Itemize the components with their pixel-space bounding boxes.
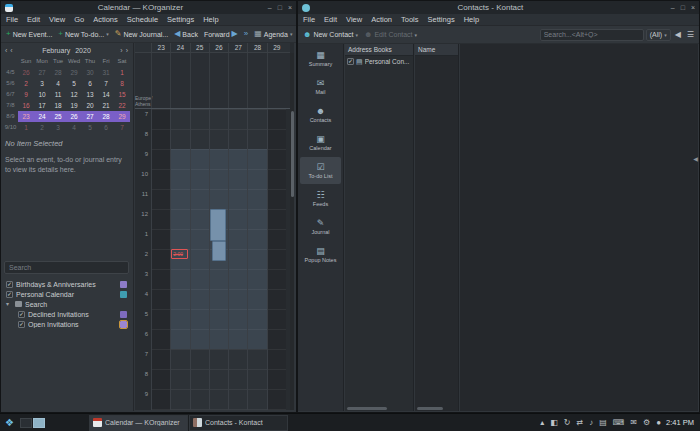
date-cell[interactable]: 3 [34, 78, 50, 89]
agenda-day-header[interactable]: 28 [247, 43, 266, 53]
agenda-scrollbar-thumb[interactable] [291, 111, 294, 197]
status-tray-icon[interactable]: ● [656, 419, 661, 427]
date-cell[interactable]: 27 [34, 67, 50, 78]
date-cell[interactable]: 30 [82, 67, 98, 78]
date-cell[interactable]: 25 [50, 111, 66, 122]
date-cell[interactable]: 18 [50, 100, 66, 111]
address-books-hscrollbar[interactable] [347, 407, 387, 410]
date-cell[interactable]: 5 [66, 78, 82, 89]
date-cell[interactable]: 3 [50, 122, 66, 133]
agenda-allday-cell[interactable] [209, 53, 228, 108]
tray-expander-icon[interactable]: ▴ [540, 419, 544, 427]
date-cell[interactable]: 6 [82, 78, 98, 89]
edit-contact-button[interactable]: ☻ Edit Contact ▾ [362, 30, 419, 40]
month-label[interactable]: February [42, 47, 70, 54]
date-cell[interactable]: 4 [66, 122, 82, 133]
korganizer-menu-edit[interactable]: Edit [27, 15, 40, 24]
date-cell[interactable]: 1 [114, 67, 130, 78]
new-contact-button[interactable]: ☻ New Contact ▾ [301, 30, 360, 40]
date-cell[interactable]: 1 [18, 122, 34, 133]
date-cell[interactable]: 2 [34, 122, 50, 133]
date-cell[interactable]: 13 [82, 89, 98, 100]
date-cell[interactable]: 15 [114, 89, 130, 100]
korganizer-titlebar[interactable]: Calendar — KOrganizer – □ × [1, 1, 296, 14]
year-label[interactable]: 2020 [75, 47, 91, 54]
date-cell[interactable]: 26 [66, 111, 82, 122]
kontact-menu-edit[interactable]: Edit [324, 15, 337, 24]
expander-icon[interactable]: ▾ [6, 301, 12, 307]
calendar-checkbox[interactable] [18, 321, 25, 328]
week-number[interactable]: 7/8 [3, 100, 18, 111]
korganizer-menu-file[interactable]: File [6, 15, 18, 24]
agenda-day-header[interactable]: 27 [228, 43, 247, 53]
calendar-color-swatch[interactable] [120, 291, 127, 298]
declined-event-block[interactable]: 2:00 [171, 249, 187, 259]
date-cell[interactable]: 28 [98, 111, 114, 122]
date-cell[interactable]: 16 [18, 100, 34, 111]
new-event-button[interactable]: +New Event... [4, 29, 54, 39]
date-cell[interactable]: 12 [66, 89, 82, 100]
date-cell[interactable]: 26 [18, 67, 34, 78]
prev-month-button[interactable]: ‹ [10, 47, 12, 54]
agenda-day-header[interactable]: 26 [209, 43, 228, 53]
agenda-allday-cell[interactable] [267, 53, 286, 108]
date-cell[interactable]: 4 [50, 78, 66, 89]
app-launcher-icon[interactable]: ❖ [2, 415, 17, 430]
sidebar-item-contacts[interactable]: ☻Contacts [300, 101, 341, 128]
agenda-allday-cell[interactable] [151, 53, 170, 108]
agenda-day-column[interactable] [151, 109, 170, 410]
agenda-day-column[interactable] [267, 109, 286, 410]
calendar-checkbox[interactable] [6, 281, 13, 288]
agenda-day-header[interactable]: 25 [190, 43, 209, 53]
agenda-day-column[interactable] [170, 109, 189, 410]
agenda-time-grid[interactable]: 7891011121234567892:00 [135, 109, 290, 410]
agenda-allday-cell[interactable] [170, 53, 189, 108]
task-button-contacts-kontact[interactable]: Contacts - Kontact [189, 415, 288, 431]
calendar-item-search[interactable]: ▾Search [4, 299, 129, 309]
calendar-search-input[interactable] [4, 261, 129, 274]
next-x-days-button[interactable]: » [242, 29, 250, 39]
date-cell[interactable]: 29 [114, 111, 130, 122]
kontact-menu-tools[interactable]: Tools [401, 15, 419, 24]
new-journal-button[interactable]: ✎New Journal... [113, 29, 170, 39]
task-button-calendar-korganizer[interactable]: Calendar — KOrganizer [89, 415, 188, 431]
date-cell[interactable]: 27 [82, 111, 98, 122]
filter-combo[interactable]: (All) ▾ [646, 29, 671, 41]
overflow-menu-icon[interactable]: ☰ [685, 31, 696, 39]
date-cell[interactable]: 6 [98, 122, 114, 133]
korganizer-menu-schedule[interactable]: Schedule [127, 15, 158, 24]
sidebar-item-calendar[interactable]: ▣Calendar [300, 129, 341, 156]
keyboard-tray-icon[interactable]: ⌨ [613, 419, 625, 427]
sidebar-item-feeds[interactable]: ☷Feeds [300, 185, 341, 212]
agenda-scrollbar[interactable] [290, 53, 294, 410]
korganizer-menu-go[interactable]: Go [74, 15, 84, 24]
date-cell[interactable]: 7 [98, 78, 114, 89]
sidebar-item-popup-notes[interactable]: ▤Popup Notes [300, 241, 341, 268]
agenda-day-column[interactable] [228, 109, 247, 410]
date-cell[interactable]: 7 [114, 122, 130, 133]
toolbar-back-icon[interactable]: ◀ [673, 31, 683, 39]
date-cell[interactable]: 9 [18, 89, 34, 100]
minimize-button[interactable]: – [671, 1, 675, 14]
agenda-allday-cell[interactable] [228, 53, 247, 108]
week-number[interactable]: 6/7 [3, 89, 18, 100]
agenda-day-header[interactable]: 23 [151, 43, 170, 53]
calendar-item-declined-invitations[interactable]: Declined Invitations [4, 309, 129, 319]
calendar-item-personal-calendar[interactable]: Personal Calendar [4, 289, 129, 299]
date-cell[interactable]: 8 [114, 78, 130, 89]
week-number[interactable]: 5/6 [3, 78, 18, 89]
korganizer-menu-view[interactable]: View [49, 15, 65, 24]
prev-year-button[interactable]: ‹ [5, 47, 7, 54]
pager-desktop-2[interactable] [33, 418, 45, 428]
forward-button[interactable]: Forward▶ [202, 29, 240, 39]
kontact-menu-action[interactable]: Action [371, 15, 392, 24]
agenda-day-column[interactable] [247, 109, 266, 410]
contact-list-name-header[interactable]: Name [415, 44, 458, 56]
pager-desktop-1[interactable] [20, 418, 32, 428]
address-book-row[interactable]: ▤Personal Con... [345, 56, 413, 67]
date-cell[interactable]: 20 [82, 100, 98, 111]
kontact-menu-help[interactable]: Help [464, 15, 479, 24]
mail-tray-icon[interactable]: ✉ [630, 419, 637, 427]
date-cell[interactable]: 31 [98, 67, 114, 78]
sidebar-item-journal[interactable]: ✎Journal [300, 213, 341, 240]
